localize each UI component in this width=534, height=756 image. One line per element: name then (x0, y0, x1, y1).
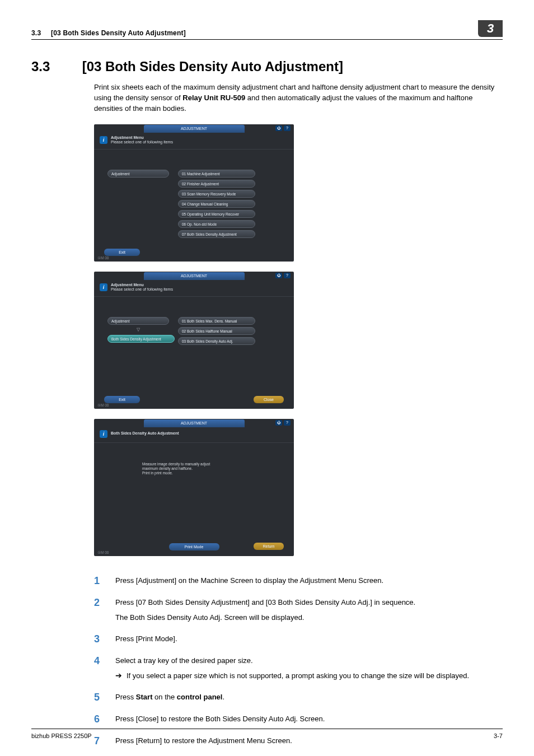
menu-item-adjustment[interactable]: Adjustment (107, 170, 169, 178)
step-body: Press [Close] to restore the Both Sides … (115, 713, 325, 725)
info-title: Adjustment Menu (111, 283, 173, 287)
info-title: Adjustment Menu (111, 136, 173, 140)
menu-item-adjustment[interactable]: Adjustment (107, 317, 169, 325)
page-title: 3.3 [03 Both Sides Density Auto Adjustme… (31, 59, 503, 74)
header-section-title: [03 Both Sides Density Auto Adjustment] (51, 29, 186, 37)
info-sub: Please select one of following items (111, 287, 173, 292)
power-icon[interactable]: ⏻ (275, 125, 282, 131)
step-note: If you select a paper size which is not … (127, 670, 469, 682)
title-text: [03 Both Sides Density Auto Adjustment] (82, 59, 343, 74)
panel-tab: ADJUSTMENT (144, 419, 245, 427)
title-number: 3.3 (31, 59, 78, 74)
menu-item[interactable]: 05 Operating Unit Memory Recover (178, 210, 255, 218)
footer-product: bizhub PRESS 2250P (31, 732, 92, 739)
step-number: 3 (94, 633, 106, 645)
menu-item[interactable]: 04 Change Manual Cleaning (178, 200, 255, 208)
intro-paragraph: Print six sheets each of the maximum den… (94, 82, 503, 114)
instruction-message: Measure image density to manually adjust… (142, 461, 254, 478)
step: 1Press [Adjustment] on the Machine Scree… (94, 575, 503, 587)
return-button[interactable]: Return (254, 543, 284, 550)
header-right: 3 (478, 20, 503, 37)
menu-item-both-sides-density[interactable]: Both Sides Density Adjustment (107, 335, 175, 343)
exit-button[interactable]: Exit (104, 396, 140, 403)
menu-item[interactable]: 03 Scan Memory Recovery Mode (178, 190, 255, 198)
step: 2Press [07 Both Sides Density Adjustment… (94, 597, 503, 623)
page-header: 3.3 [03 Both Sides Density Auto Adjustme… (31, 20, 503, 40)
screenshot-adjustment-menu-1: ADJUSTMENT ⏻ ? i Adjustment Menu Please … (94, 124, 294, 262)
chevron-down-icon: ▽ (135, 327, 141, 332)
info-icon: i (100, 283, 107, 291)
memory-indicator: ①M 00 (97, 550, 109, 555)
memory-indicator: ①M 00 (97, 256, 109, 260)
screenshot-auto-adjustment: ADJUSTMENT ⏻ ? i Both Sides Density Auto… (94, 419, 294, 556)
menu-item[interactable]: 06 Op. Non-std Mode (178, 220, 255, 228)
info-icon: i (100, 136, 107, 144)
help-icon[interactable]: ? (284, 125, 291, 131)
menu-item[interactable]: 03 Both Sides Density Auto Adj. (178, 337, 255, 345)
panel-tab: ADJUSTMENT (144, 125, 245, 133)
step-number: 6 (94, 713, 106, 725)
panel-tab: ADJUSTMENT (144, 272, 245, 280)
close-button[interactable]: Close (254, 396, 284, 403)
step-number: 4 (94, 655, 106, 682)
menu-item[interactable]: 07 Both Sides Density Adjustment (178, 230, 255, 238)
exit-button[interactable]: Exit (104, 249, 140, 256)
header-section-no: 3.3 (31, 29, 41, 37)
screenshot-row: ADJUSTMENT ⏻ ? i Adjustment Menu Please … (94, 124, 503, 409)
menu-item[interactable]: 02 Both Sides Halftone Manual (178, 327, 255, 335)
step-number: 1 (94, 575, 106, 587)
menu-item[interactable]: 01 Both Sides Max. Dens. Manual (178, 317, 255, 325)
step-number: 5 (94, 692, 106, 703)
step: 4Select a tray key of the desired paper … (94, 655, 503, 682)
procedure-steps: 1Press [Adjustment] on the Machine Scree… (94, 575, 503, 747)
print-mode-button[interactable]: Print Mode (169, 543, 219, 550)
chapter-chip: 3 (478, 20, 503, 37)
power-icon[interactable]: ⏻ (275, 273, 282, 278)
menu-item[interactable]: 01 Machine Adjustment (178, 170, 255, 178)
step: 3Press [Print Mode]. (94, 633, 503, 645)
info-title: Both Sides Density Auto Adjustment (111, 431, 179, 436)
menu-item[interactable]: 02 Finisher Adjustment (178, 180, 255, 188)
info-sub: Please select one of following items (111, 140, 173, 144)
step: 5Press Start on the control panel. (94, 692, 503, 703)
info-icon: i (100, 430, 107, 438)
arrow-icon: ➔ (115, 670, 122, 680)
screenshot-adjustment-menu-2: ADJUSTMENT ⏻ ? i Adjustment Menu Please … (94, 272, 294, 409)
step: 6Press [Close] to restore the Both Sides… (94, 713, 503, 725)
help-icon[interactable]: ? (284, 420, 291, 426)
step-number: 2 (94, 597, 106, 623)
step-body: Press [07 Both Sides Density Adjustment]… (115, 597, 415, 623)
footer-page-number: 3-7 (494, 732, 503, 739)
step-body: Select a tray key of the desired paper s… (115, 655, 469, 682)
step-body: Press Start on the control panel. (115, 692, 224, 703)
help-icon[interactable]: ? (284, 273, 291, 278)
power-icon[interactable]: ⏻ (275, 420, 282, 426)
memory-indicator: ①M 00 (97, 403, 109, 408)
page-footer: bizhub PRESS 2250P 3-7 (31, 729, 503, 739)
step-body: Press [Print Mode]. (115, 633, 177, 645)
step-body: Press [Adjustment] on the Machine Screen… (115, 575, 383, 587)
header-left: 3.3 [03 Both Sides Density Auto Adjustme… (31, 29, 186, 37)
